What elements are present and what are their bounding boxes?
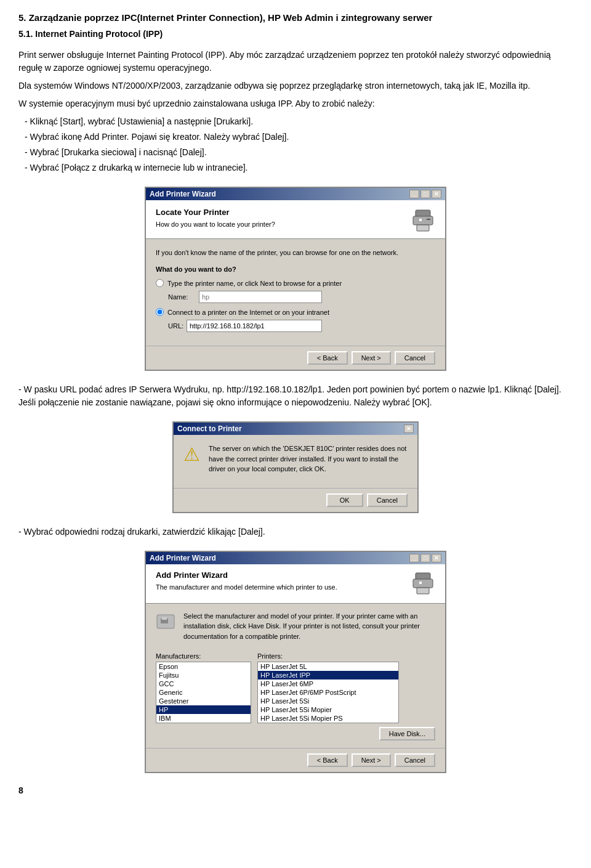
manufacturers-list[interactable]: Epson Fujitsu GCC Generic Gestetner HP I…	[156, 662, 251, 723]
dialog-1-question: What do you want to do?	[156, 264, 435, 275]
dialog-3-header-title: Add Printer Wizard	[156, 570, 337, 580]
dialog-2-title: Connect to Printer	[177, 424, 242, 433]
printer-icon	[411, 208, 435, 232]
printer-laserjet5si-mopier[interactable]: HP LaserJet 5Si Mopier	[258, 705, 398, 714]
dialog-2-container: Connect to Printer ✕ ⚠ The server on whi…	[172, 421, 419, 513]
manufacturer-epson[interactable]: Epson	[156, 662, 251, 671]
paragraph-3: W systemie operacyjnym musi być uprzedni…	[18, 97, 573, 110]
dialog-add-printer-wizard-1: Add Printer Wizard _ □ ✕ Locate Your Pri…	[18, 187, 573, 371]
printer-laserjet6mp[interactable]: HP LaserJet 6MP	[258, 679, 398, 688]
printer-laserjet-ipp[interactable]: HP LaserJet IPP	[258, 671, 398, 679]
dialog-connect-printer: Connect to Printer ✕ ⚠ The server on whi…	[18, 421, 573, 513]
printer-laserjet6p-ps[interactable]: HP LaserJet 6P/6MP PostScript	[258, 688, 398, 697]
paragraph-2: Dla systemów Windows NT/2000/XP/2003, za…	[18, 79, 573, 92]
dialog-1-header-subtitle: How do you want to locate your printer?	[156, 219, 275, 230]
svg-rect-3	[419, 219, 422, 221]
minimize-button-3[interactable]: _	[409, 554, 419, 562]
svg-rect-8	[419, 582, 422, 584]
step-1: - Kliknąć [Start], wybrać [Ustawienia] a…	[25, 115, 573, 128]
dialog-1-footer: < Back Next > Cancel	[146, 346, 445, 370]
step-3: - Wybrać [Drukarka sieciowa] i nacisnąć …	[25, 146, 573, 159]
printers-list[interactable]: HP LaserJet 5L HP LaserJet IPP HP LaserJ…	[257, 662, 399, 723]
dialog-3-content: Select the manufacturer and model of you…	[146, 604, 445, 748]
minimize-button[interactable]: _	[409, 190, 419, 198]
title-bar-buttons: _ □ ✕	[409, 190, 441, 198]
dialog-1-header: Locate Your Printer How do you want to l…	[146, 200, 445, 239]
step-4: - Wybrać [Połącz z drukarką w internecie…	[25, 161, 573, 174]
svg-rect-1	[413, 216, 433, 225]
manufacturer-fujitsu[interactable]: Fujitsu	[156, 671, 251, 679]
dialog-3-body: Add Printer Wizard The manufacturer and …	[146, 564, 445, 773]
maximize-button[interactable]: □	[420, 190, 430, 198]
dialog-2-warning-text: The server on which the 'DESKJET 810C' p…	[209, 444, 408, 474]
manufacturers-col: Manufacturers: Epson Fujitsu GCC Generic…	[156, 652, 251, 723]
ok-button[interactable]: OK	[326, 493, 363, 507]
name-input[interactable]	[199, 291, 322, 303]
svg-rect-11	[162, 617, 167, 620]
svg-rect-6	[413, 579, 433, 588]
svg-rect-4	[427, 219, 430, 220]
cancel-button-2[interactable]: Cancel	[367, 493, 408, 507]
close-button[interactable]: ✕	[432, 190, 441, 198]
manufacturer-gcc[interactable]: GCC	[156, 679, 251, 688]
next-button-3[interactable]: Next >	[352, 753, 391, 767]
dialog-1-body: Locate Your Printer How do you want to l…	[146, 200, 445, 370]
name-field-row: Name:	[168, 291, 435, 303]
svg-rect-7	[417, 588, 429, 594]
radio-type-name[interactable]	[156, 279, 164, 287]
close-icon[interactable]: ✕	[404, 424, 414, 433]
dialog-1-header-title: Locate Your Printer	[156, 208, 275, 217]
back-button-3[interactable]: < Back	[307, 753, 348, 767]
next-button-1[interactable]: Next >	[352, 351, 391, 365]
dialog-2-title-bar: Connect to Printer ✕	[174, 423, 417, 435]
printer-laserjet5si-mopier-ps[interactable]: HP LaserJet 5Si Mopier PS	[258, 714, 398, 723]
close-button-3[interactable]: ✕	[432, 554, 441, 562]
dialog-apw-1-container: Add Printer Wizard _ □ ✕ Locate Your Pri…	[145, 187, 446, 371]
dialog-add-printer-wizard-2: Add Printer Wizard _ □ ✕ Add Printer Wiz…	[18, 551, 573, 774]
manufacturer-generic[interactable]: Generic	[156, 688, 251, 697]
paragraph-5: - Wybrać odpowiedni rodzaj drukarki, zat…	[18, 525, 573, 538]
page-number: 8	[18, 785, 573, 795]
printer-laserjet5l[interactable]: HP LaserJet 5L	[258, 662, 398, 671]
paragraph-4: - W pasku URL podać adres IP Serwera Wyd…	[18, 383, 573, 409]
maximize-button-3[interactable]: □	[420, 554, 430, 562]
cancel-button-1[interactable]: Cancel	[395, 351, 435, 365]
cancel-button-3[interactable]: Cancel	[395, 753, 435, 767]
printer-disk-icon	[156, 611, 177, 635]
dialog-2-title-btns: ✕	[404, 424, 414, 433]
dialog-3-title-btns: _ □ ✕	[409, 554, 441, 562]
radio-1-label: Type the printer name, or click Next to …	[167, 280, 342, 287]
warning-icon: ⚠	[183, 444, 200, 465]
dialog-1-title-bar: Add Printer Wizard _ □ ✕	[146, 188, 445, 200]
manufacturer-gestetner[interactable]: Gestetner	[156, 697, 251, 705]
printer-laserjet5si[interactable]: HP LaserJet 5Si	[258, 697, 398, 705]
printer-install-area: Select the manufacturer and model of you…	[156, 611, 435, 648]
dialog-3-header-subtitle: The manufacturer and model determine whi…	[156, 582, 337, 593]
dialog-1-content: If you don't know the name of the printe…	[146, 239, 445, 346]
have-disk-row: Have Disk...	[156, 727, 435, 740]
paragraph-1: Print serwer obsługuje Internet Painting…	[18, 49, 573, 75]
radio-connect-internet[interactable]	[156, 308, 164, 316]
manufacturer-hp[interactable]: HP	[156, 705, 251, 714]
dialog-1-header-text: Locate Your Printer How do you want to l…	[156, 208, 275, 230]
dialog-1-title: Add Printer Wizard	[150, 190, 216, 198]
dialog-2-footer: OK Cancel	[174, 488, 417, 512]
printers-label: Printers:	[257, 652, 399, 660]
dialog-apw-2-container: Add Printer Wizard _ □ ✕ Add Printer Wiz…	[145, 551, 446, 774]
manufacturers-printers-lists: Manufacturers: Epson Fujitsu GCC Generic…	[156, 652, 435, 723]
manufacturers-label: Manufacturers:	[156, 652, 251, 660]
have-disk-button[interactable]: Have Disk...	[379, 727, 435, 740]
radio-option-1[interactable]: Type the printer name, or click Next to …	[156, 279, 435, 287]
dialog-3-info: Select the manufacturer and model of you…	[183, 611, 435, 642]
url-input[interactable]	[187, 320, 322, 332]
back-button-1[interactable]: < Back	[307, 351, 348, 365]
radio-2-label: Connect to a printer on the Internet or …	[167, 309, 329, 316]
dialog-3-header-text: Add Printer Wizard The manufacturer and …	[156, 570, 337, 593]
svg-rect-2	[417, 225, 429, 231]
dialog-3-header: Add Printer Wizard The manufacturer and …	[146, 564, 445, 604]
radio-option-2[interactable]: Connect to a printer on the Internet or …	[156, 308, 435, 316]
dialog-3-footer: < Back Next > Cancel	[146, 748, 445, 772]
section-title: 5. Zarządzanie poprzez IPC(Internet Prin…	[18, 12, 573, 39]
manufacturer-ibm[interactable]: IBM	[156, 714, 251, 723]
printer-icon-3	[411, 570, 435, 597]
